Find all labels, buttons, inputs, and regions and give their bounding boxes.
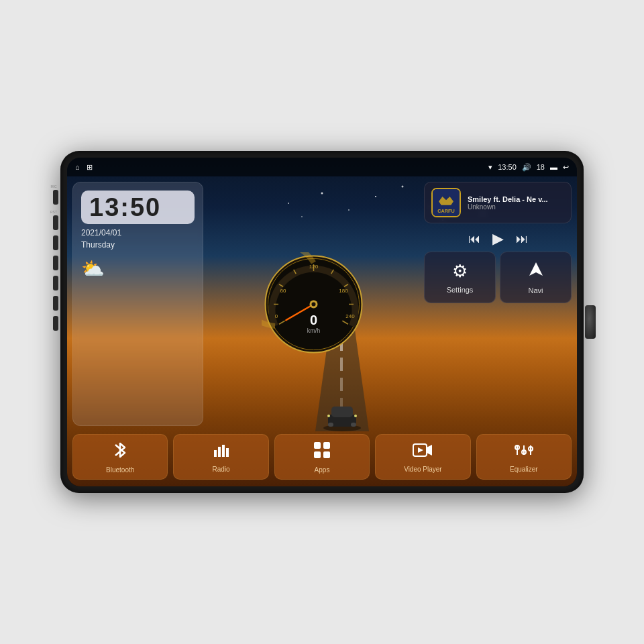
radio-icon bbox=[213, 442, 230, 462]
music-info: CARFU Smiley ft. Delia - Ne v... Unknown bbox=[424, 182, 572, 223]
svg-text:CARFU: CARFU bbox=[437, 208, 454, 214]
settings-icon: ⚙ bbox=[452, 261, 468, 282]
navi-button[interactable]: Navi bbox=[500, 252, 572, 303]
mic-label: MIC bbox=[47, 184, 60, 189]
status-time: 13:50 bbox=[498, 163, 517, 171]
music-title: Smiley ft. Delia - Ne v... bbox=[468, 195, 564, 203]
navi-label: Navi bbox=[528, 286, 543, 294]
music-artist: Unknown bbox=[468, 203, 564, 211]
battery-icon: ▬ bbox=[550, 163, 557, 171]
equalizer-button[interactable]: Equalizer bbox=[476, 434, 572, 480]
music-details: Smiley ft. Delia - Ne v... Unknown bbox=[468, 195, 564, 211]
status-bar: ⌂ ⊞ ▾ 13:50 🔊 18 ▬ ↩ bbox=[67, 158, 577, 176]
album-art: CARFU bbox=[431, 188, 461, 217]
svg-rect-49 bbox=[218, 447, 221, 457]
music-controls: ⏮ ▶ ⏭ bbox=[424, 230, 572, 248]
rst-label: RST bbox=[47, 210, 60, 214]
clock-display: 13:50 bbox=[81, 191, 195, 224]
screen-content: 13:50 2021/04/01 Thursday ⛅ bbox=[67, 176, 577, 486]
svg-text:km/h: km/h bbox=[307, 327, 321, 334]
svg-marker-47 bbox=[529, 262, 543, 276]
action-buttons-row: ⚙ Settings Navi bbox=[424, 252, 572, 303]
clock-widget: 13:50 2021/04/01 Thursday ⛅ bbox=[72, 182, 203, 426]
navi-icon bbox=[527, 260, 545, 282]
wifi-icon: ▾ bbox=[488, 163, 492, 172]
svg-rect-53 bbox=[323, 442, 330, 449]
svg-rect-52 bbox=[314, 442, 321, 449]
svg-text:240: 240 bbox=[345, 313, 355, 319]
home-icon[interactable]: ⌂ bbox=[75, 163, 80, 171]
svg-marker-57 bbox=[427, 445, 432, 455]
svg-text:0: 0 bbox=[275, 313, 278, 319]
svg-rect-54 bbox=[314, 451, 321, 458]
settings-label: Settings bbox=[447, 286, 474, 294]
bluetooth-button[interactable]: Bluetooth bbox=[72, 434, 168, 480]
svg-text:0: 0 bbox=[310, 313, 317, 327]
svg-rect-51 bbox=[226, 448, 229, 457]
prev-button[interactable]: ⏮ bbox=[468, 232, 480, 246]
weather-icon: ⛅ bbox=[81, 258, 105, 280]
clock-time: 13:50 bbox=[89, 195, 186, 220]
play-button[interactable]: ▶ bbox=[492, 230, 504, 248]
video-player-label: Video Player bbox=[404, 466, 442, 473]
svg-point-41 bbox=[312, 302, 316, 306]
apps-button[interactable]: Apps bbox=[274, 434, 370, 480]
rst-button[interactable] bbox=[53, 215, 58, 230]
svg-rect-48 bbox=[214, 450, 217, 457]
svg-rect-50 bbox=[222, 445, 225, 457]
bottom-bar: Bluetooth Radio bbox=[72, 431, 572, 481]
back-side-button[interactable] bbox=[53, 276, 58, 290]
video-icon bbox=[413, 442, 433, 462]
svg-text:180: 180 bbox=[339, 288, 348, 294]
speedometer-widget: 0 60 120 180 240 0 km/h bbox=[209, 182, 419, 426]
power-button[interactable] bbox=[53, 235, 58, 250]
side-buttons: MIC RST bbox=[51, 184, 60, 331]
clock-date: 2021/04/01 bbox=[81, 228, 121, 237]
app-switcher-icon[interactable]: ⊞ bbox=[87, 163, 93, 172]
car-head-unit: MIC RST bbox=[60, 151, 584, 493]
screen: ⌂ ⊞ ▾ 13:50 🔊 18 ▬ ↩ 13:50 2021/04/ bbox=[67, 158, 577, 486]
apps-label: Apps bbox=[315, 466, 330, 474]
mic-button[interactable] bbox=[53, 190, 58, 205]
video-player-button[interactable]: Video Player bbox=[375, 434, 470, 480]
status-right: ▾ 13:50 🔊 18 ▬ ↩ bbox=[488, 163, 569, 172]
clock-day: Thursday bbox=[81, 240, 115, 250]
home-side-button[interactable] bbox=[53, 256, 58, 270]
back-nav-icon[interactable]: ↩ bbox=[563, 163, 569, 172]
top-row: 13:50 2021/04/01 Thursday ⛅ bbox=[72, 182, 572, 426]
apps-icon bbox=[313, 441, 331, 463]
next-button[interactable]: ⏭ bbox=[516, 232, 528, 246]
settings-button[interactable]: ⚙ Settings bbox=[424, 252, 496, 303]
bluetooth-icon bbox=[112, 441, 128, 463]
equalizer-icon bbox=[515, 442, 533, 462]
radio-label: Radio bbox=[213, 466, 230, 473]
svg-rect-55 bbox=[323, 451, 330, 458]
volume-level: 18 bbox=[537, 163, 545, 171]
speedometer-svg: 0 60 120 180 240 0 km/h bbox=[262, 252, 366, 356]
vol-up-button[interactable] bbox=[53, 296, 58, 311]
status-left: ⌂ ⊞ bbox=[75, 163, 93, 172]
radio-button[interactable]: Radio bbox=[173, 434, 268, 480]
vol-down-button[interactable] bbox=[53, 316, 58, 331]
volume-icon: 🔊 bbox=[522, 163, 531, 172]
svg-text:60: 60 bbox=[280, 288, 286, 294]
svg-text:120: 120 bbox=[309, 264, 319, 270]
volume-knob-right[interactable] bbox=[585, 305, 596, 339]
bluetooth-label: Bluetooth bbox=[106, 466, 134, 474]
svg-marker-58 bbox=[418, 447, 423, 453]
music-widget: CARFU Smiley ft. Delia - Ne v... Unknown… bbox=[424, 182, 572, 426]
equalizer-label: Equalizer bbox=[510, 466, 538, 473]
